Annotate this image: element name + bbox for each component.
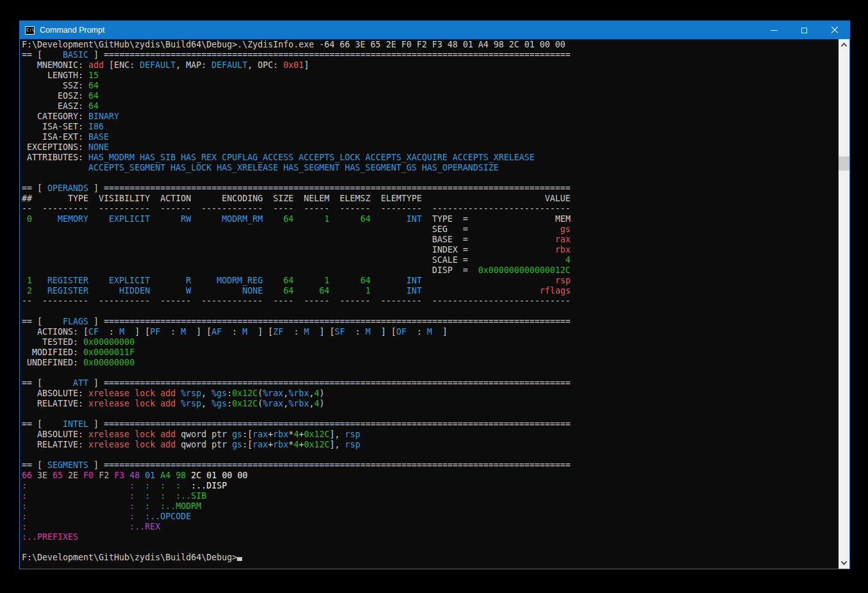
console-output: F:\Development\GitHub\zydis\Build64\Debu… (22, 40, 571, 563)
terminal-line: ABSOLUTE: xrelease lock add %rsp, %gs:0x… (22, 388, 571, 399)
terminal-line: 2 REGISTER HIDDEN W NONE 64 64 1 INT rfl… (22, 286, 571, 296)
terminal-line: : : :..OPCODE (22, 512, 571, 522)
window-controls (759, 21, 849, 39)
terminal-line: EXCEPTIONS: NONE (22, 142, 571, 153)
terminal-line: DISP = 0x000000000000012C (22, 265, 571, 276)
terminal-line: TESTED: 0x00000000 (22, 337, 571, 347)
terminal-line: SEG = gs (22, 224, 571, 235)
terminal-line: ATTRIBUTES: HAS_MODRM HAS_SIB HAS_REX CP… (22, 153, 571, 163)
terminal-line: -- --------- ---------- ------ ---------… (22, 296, 571, 306)
terminal-line: == [ INTEL ] ===========================… (22, 419, 571, 430)
minimize-icon (771, 30, 778, 31)
scroll-thumb[interactable] (839, 156, 849, 171)
terminal-line (22, 450, 571, 460)
terminal-line (22, 368, 571, 378)
maximize-icon (801, 28, 807, 33)
terminal-line: : :..REX (22, 522, 571, 532)
terminal-line: : : : : :..SIB (22, 491, 571, 501)
terminal-line: SSZ: 64 (22, 81, 571, 91)
terminal-line (22, 409, 571, 419)
terminal-line: ISA-SET: I86 (22, 122, 571, 132)
desktop: { "window": { "title": "Command Prompt",… (0, 0, 868, 593)
terminal-line (22, 306, 571, 317)
terminal-line: 66 3E 65 2E F0 F2 F3 48 01 A4 98 2C 01 0… (22, 471, 571, 481)
terminal-line (22, 173, 571, 183)
cmd-icon: C:\ (25, 26, 35, 35)
terminal-line: EASZ: 64 (22, 101, 571, 112)
scroll-down-button[interactable] (839, 558, 849, 569)
terminal-line: ACTIONS: [CF : M ] [PF : M ] [AF : M ] [… (22, 327, 571, 337)
close-button[interactable] (819, 21, 849, 39)
terminal-line: F:\Development\GitHub\zydis\Build64\Debu… (22, 40, 571, 50)
terminal-line: == [ ATT ] =============================… (22, 378, 571, 388)
terminal-line: BASE = rax (22, 235, 571, 245)
window-title: Command Prompt (40, 26, 759, 35)
scrollbar[interactable] (839, 39, 849, 569)
terminal-line: == [ FLAGS ] ===========================… (22, 317, 571, 327)
scroll-up-button[interactable] (839, 39, 849, 50)
terminal-line: == [ BASIC ] ===========================… (22, 50, 571, 60)
terminal-line: LENGTH: 15 (22, 71, 571, 81)
terminal-line: ABSOLUTE: xrelease lock add qword ptr gs… (22, 430, 571, 440)
terminal-line: -- --------- ---------- ------ ---------… (22, 204, 571, 214)
terminal-line: F:\Development\GitHub\zydis\Build64\Debu… (22, 553, 571, 563)
terminal-line: MODIFIED: 0x0000011F (22, 347, 571, 358)
command-prompt-window: C:\ Command Prompt F:\Development\GitHub… (19, 21, 850, 569)
terminal-line: ACCEPTS_SEGMENT HAS_LOCK HAS_XRELEASE HA… (22, 163, 571, 173)
terminal-line: UNDEFINED: 0x00000000 (22, 358, 571, 368)
console[interactable]: F:\Development\GitHub\zydis\Build64\Debu… (20, 39, 849, 569)
terminal-line: : : : :..MODRM (22, 501, 571, 512)
terminal-line: RELATIVE: xrelease lock add %rsp, %gs:0x… (22, 399, 571, 409)
terminal-line: : : : : : :..DISP (22, 481, 571, 491)
terminal-line: == [ OPERANDS ] ========================… (22, 183, 571, 194)
terminal-line: == [ SEGMENTS ] ========================… (22, 460, 571, 471)
minimize-button[interactable] (759, 21, 789, 39)
close-icon (831, 26, 839, 34)
terminal-line: INDEX = rbx (22, 245, 571, 255)
terminal-line: ISA-EXT: BASE (22, 132, 571, 142)
terminal-line: 1 REGISTER EXPLICIT R MODRM_REG 64 1 64 … (22, 276, 571, 286)
chevron-down-icon (841, 559, 848, 565)
terminal-line: RELATIVE: xrelease lock add qword ptr gs… (22, 440, 571, 450)
terminal-line: EOSZ: 64 (22, 91, 571, 101)
terminal-line: MNEMONIC: add [ENC: DEFAULT, MAP: DEFAUL… (22, 60, 571, 71)
title-bar[interactable]: C:\ Command Prompt (20, 21, 849, 39)
maximize-button[interactable] (789, 21, 819, 39)
terminal-line: :..PREFIXES (22, 532, 571, 542)
terminal-line: CATEGORY: BINARY (22, 112, 571, 122)
terminal-line: ## TYPE VISIBILITY ACTION ENCODING SIZE … (22, 194, 571, 204)
terminal-line: 0 MEMORY EXPLICIT RW MODRM_RM 64 1 64 IN… (22, 214, 571, 224)
terminal-line (22, 542, 571, 553)
chevron-up-icon (841, 43, 848, 49)
terminal-line: SCALE = 4 (22, 255, 571, 265)
text-cursor (237, 557, 242, 561)
